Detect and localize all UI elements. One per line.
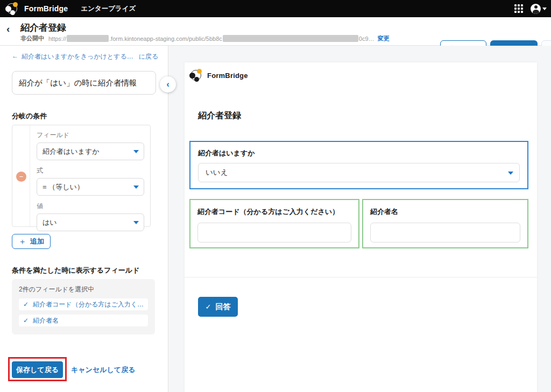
question-label: 紹介者はいますか xyxy=(198,148,255,158)
save-and-return-button[interactable]: 保存して戻る xyxy=(12,361,63,378)
selected-field-item[interactable]: ✓ 紹介者名 xyxy=(19,315,148,326)
field-label: フィールド xyxy=(37,131,144,140)
condition-value-select[interactable]: はい xyxy=(37,213,144,231)
apps-grid-icon[interactable] xyxy=(514,4,523,13)
trigger-field-selected-box[interactable]: 紹介者はいますか いいえ xyxy=(189,141,528,189)
referrer-code-field-box[interactable]: 紹介者コード（分かる方はご入力ください） xyxy=(189,199,359,248)
back-link-suffix: に戻る xyxy=(139,52,158,61)
redacted-subdomain xyxy=(67,35,109,42)
remove-condition-button[interactable]: − xyxy=(16,172,26,182)
condition-operator-value: = （等しい） xyxy=(43,183,84,191)
condition-value-value: はい xyxy=(43,218,57,226)
referrer-code-input[interactable] xyxy=(197,223,351,243)
back-to-branch-list-link[interactable]: ← 紹介者はいますかをきっかけとする… に戻る xyxy=(12,52,158,61)
check-icon: ✓ xyxy=(23,301,29,308)
conditional-fields-row: 紹介者コード（分かる方はご入力ください） 紹介者名 xyxy=(189,199,528,248)
caret-down-icon xyxy=(133,186,139,189)
submit-answer-button[interactable]: ✓ 回答 xyxy=(198,297,238,317)
brand-name: FormBridge xyxy=(24,4,68,13)
redacted-id xyxy=(223,35,358,42)
selected-field-label: 紹介者名 xyxy=(33,316,59,325)
formbridge-logo-icon xyxy=(189,69,202,82)
question-value: いいえ xyxy=(206,168,228,176)
form-preview-panel: FormBridge 紹介者登録 紹介者はいますか いいえ 紹介者コード（分かる… xyxy=(185,62,537,392)
check-icon: ✓ xyxy=(206,303,211,311)
branch-settings-sidebar: ← 紹介者はいますかをきっかけとする… に戻る 紹介が「はい」の時に紹介者情報 … xyxy=(0,46,168,392)
check-icon: ✓ xyxy=(23,317,29,324)
cancel-and-return-link[interactable]: キャンセルして戻る xyxy=(71,365,135,375)
referrer-code-label: 紹介者コード（分かる方はご入力ください） xyxy=(197,207,339,217)
account-menu[interactable] xyxy=(531,4,547,14)
url-suffix: 0c9… xyxy=(359,35,375,42)
referrer-name-field-box[interactable]: 紹介者名 xyxy=(362,199,528,248)
selected-count: 2件のフィールドを選択中 xyxy=(19,285,148,294)
selected-fields-panel[interactable]: 2件のフィールドを選択中 ✓ 紹介者コード（分かる方はご入力く… ✓ 紹介者名 xyxy=(12,279,155,334)
back-link-target: 紹介者はいますかをきっかけとする… xyxy=(22,52,133,61)
condition-card: − フィールド 紹介者はいますか 式 = （等しい） 値 はい xyxy=(12,125,151,227)
status-badge: 非公開中 xyxy=(20,34,44,42)
referrer-name-label: 紹介者名 xyxy=(370,207,398,217)
condition-operator-select[interactable]: = （等しい） xyxy=(37,178,144,196)
plan-label: エンタープライズ xyxy=(81,4,136,13)
caret-down-icon xyxy=(133,221,139,224)
arrow-left-icon: ← xyxy=(12,52,18,61)
formbridge-logo-icon xyxy=(5,2,18,15)
condition-section-heading: 分岐の条件 xyxy=(12,111,47,121)
submit-label: 回答 xyxy=(215,302,230,312)
plus-icon: ＋ xyxy=(18,237,26,247)
operator-label: 式 xyxy=(37,166,144,175)
app-header: ‹ 紹介者登録 非公開中 https:// .form.kintoneapp-s… xyxy=(0,17,551,46)
add-condition-button[interactable]: ＋ 追加 xyxy=(12,234,51,249)
preview-divider xyxy=(185,277,537,277)
preview-brand-name: FormBridge xyxy=(207,72,248,80)
topbar: FormBridge エンタープライズ xyxy=(0,0,551,17)
back-chevron-icon[interactable]: ‹ xyxy=(6,24,10,34)
url-mid: .form.kintoneapp-staging.com/public/5bb8… xyxy=(109,35,222,42)
url-prefix: https:// xyxy=(48,35,66,42)
chevron-down-icon xyxy=(542,8,547,10)
add-label: 追加 xyxy=(30,237,44,246)
caret-down-icon xyxy=(133,150,139,153)
collapse-sidebar-button[interactable]: ‹ xyxy=(160,76,176,92)
user-avatar-icon xyxy=(531,4,541,14)
question-dropdown[interactable]: いいえ xyxy=(198,163,520,182)
change-url-link[interactable]: 変更 xyxy=(378,34,390,42)
content-area: ← 紹介者はいますかをきっかけとする… に戻る 紹介が「はい」の時に紹介者情報 … xyxy=(0,46,551,392)
selected-field-item[interactable]: ✓ 紹介者コード（分かる方はご入力く… xyxy=(19,298,148,310)
page-title: 紹介者登録 xyxy=(20,22,66,34)
caret-down-icon xyxy=(508,172,513,175)
condition-gutter: − xyxy=(12,125,30,226)
condition-field-value: 紹介者はいますか xyxy=(43,147,100,155)
referrer-name-input[interactable] xyxy=(370,223,520,243)
condition-field-select[interactable]: 紹介者はいますか xyxy=(37,142,144,160)
selected-field-label: 紹介者コード（分かる方はご入力く… xyxy=(33,300,144,309)
shown-fields-heading: 条件を満たした時に表示するフィールド xyxy=(12,266,157,275)
form-url-line: 非公開中 https:// .form.kintoneapp-staging.c… xyxy=(20,34,390,42)
formbridge-branch-settings-screen: FormBridge エンタープライズ ‹ 紹介者登録 非公開中 https:/… xyxy=(0,0,551,392)
branch-name-input[interactable]: 紹介が「はい」の時に紹介者情報 xyxy=(12,71,156,95)
preview-canvas: FormBridge 紹介者登録 紹介者はいますか いいえ 紹介者コード（分かる… xyxy=(168,46,551,392)
preview-form-title: 紹介者登録 xyxy=(198,110,241,122)
value-label: 値 xyxy=(37,202,144,211)
